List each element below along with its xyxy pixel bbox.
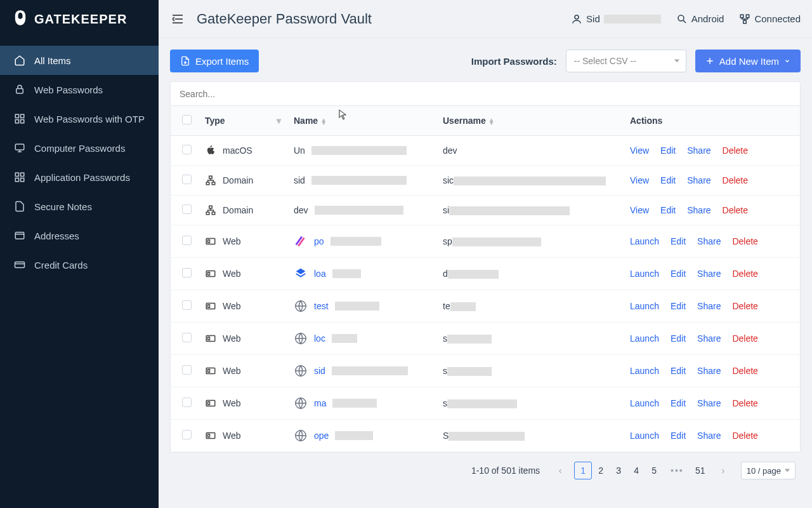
search-input[interactable] xyxy=(171,82,800,106)
next-page-button[interactable]: › xyxy=(714,462,732,479)
col-type[interactable]: Type ▾ xyxy=(199,106,287,136)
item-username: d xyxy=(443,269,448,279)
launch-action[interactable]: Launch xyxy=(630,333,659,344)
launch-action[interactable]: Launch xyxy=(630,366,659,376)
view-action[interactable]: View xyxy=(630,205,649,215)
sidebar-item-credit-cards[interactable]: Credit Cards xyxy=(0,250,159,279)
nav-icon xyxy=(14,259,25,271)
share-action[interactable]: Share xyxy=(697,431,721,441)
favicon xyxy=(294,331,308,345)
share-action[interactable]: Share xyxy=(697,301,721,311)
sidebar-item-all-items[interactable]: All Items xyxy=(0,46,159,75)
share-action[interactable]: Share xyxy=(697,366,721,376)
edit-action[interactable]: Edit xyxy=(671,301,686,311)
launch-action[interactable]: Launch xyxy=(630,269,659,279)
launch-action[interactable]: Launch xyxy=(630,236,659,246)
item-name[interactable]: loa xyxy=(314,269,326,279)
header-user[interactable]: Sid xyxy=(571,13,661,25)
redacted xyxy=(332,366,408,375)
prev-page-button[interactable]: ‹ xyxy=(551,462,569,479)
page-size-select[interactable]: 10 / page xyxy=(741,462,796,479)
filter-icon[interactable]: ▾ xyxy=(277,116,281,126)
sidebar-item-addresses[interactable]: Addresses xyxy=(0,221,159,250)
share-action[interactable]: Share xyxy=(687,145,710,156)
view-action[interactable]: View xyxy=(630,145,649,156)
page-3-button[interactable]: 3 xyxy=(610,462,627,479)
page-5-button[interactable]: 5 xyxy=(645,462,663,479)
row-checkbox[interactable] xyxy=(182,204,192,214)
delete-action[interactable]: Delete xyxy=(732,366,757,376)
col-username[interactable]: Username▲▼ xyxy=(436,106,624,136)
svg-rect-7 xyxy=(21,173,24,176)
svg-rect-28 xyxy=(208,305,210,308)
row-checkbox[interactable] xyxy=(182,430,192,439)
page-1-button[interactable]: 1 xyxy=(574,462,592,479)
web-icon xyxy=(205,430,216,441)
edit-action[interactable]: Edit xyxy=(671,366,686,376)
menu-toggle-icon[interactable] xyxy=(170,11,185,27)
edit-action[interactable]: Edit xyxy=(671,236,686,246)
edit-action[interactable]: Edit xyxy=(660,175,676,185)
delete-action[interactable]: Delete xyxy=(723,145,748,156)
select-all-checkbox[interactable] xyxy=(182,115,192,124)
launch-action[interactable]: Launch xyxy=(630,398,659,408)
share-action[interactable]: Share xyxy=(687,175,710,185)
delete-action[interactable]: Delete xyxy=(732,301,757,311)
delete-action[interactable]: Delete xyxy=(732,431,757,441)
edit-action[interactable]: Edit xyxy=(671,333,686,344)
edit-action[interactable]: Edit xyxy=(671,398,686,408)
col-name[interactable]: Name▲▼ xyxy=(287,106,436,136)
header-status[interactable]: Connected xyxy=(739,13,801,25)
share-action[interactable]: Share xyxy=(697,398,721,408)
row-checkbox[interactable] xyxy=(182,398,192,407)
delete-action[interactable]: Delete xyxy=(732,333,757,344)
select-csv-dropdown[interactable]: -- Select CSV -- xyxy=(566,50,686,72)
share-action[interactable]: Share xyxy=(697,269,721,279)
share-action[interactable]: Share xyxy=(697,333,721,344)
launch-action[interactable]: Launch xyxy=(630,301,659,311)
svg-rect-10 xyxy=(15,232,24,239)
edit-action[interactable]: Edit xyxy=(671,269,686,279)
row-checkbox[interactable] xyxy=(182,145,192,154)
sidebar-item-secure-notes[interactable]: Secure Notes xyxy=(0,192,159,221)
row-checkbox[interactable] xyxy=(182,236,192,245)
delete-action[interactable]: Delete xyxy=(732,398,757,408)
edit-action[interactable]: Edit xyxy=(660,145,676,156)
page-4-button[interactable]: 4 xyxy=(627,462,645,479)
row-checkbox[interactable] xyxy=(182,175,192,184)
sort-icon: ▲▼ xyxy=(320,118,327,124)
row-checkbox[interactable] xyxy=(182,333,192,342)
sidebar-item-web-passwords[interactable]: Web Passwords xyxy=(0,75,159,104)
redacted xyxy=(449,432,525,441)
row-checkbox[interactable] xyxy=(182,268,192,277)
item-name[interactable]: sid xyxy=(314,366,325,376)
domain-icon xyxy=(205,204,216,216)
item-name: sid xyxy=(294,175,305,185)
item-name[interactable]: ope xyxy=(314,431,329,441)
edit-action[interactable]: Edit xyxy=(671,431,686,441)
sidebar-item-web-passwords-with-otp[interactable]: Web Passwords with OTP xyxy=(0,104,159,133)
favicon xyxy=(294,429,308,443)
last-page-button[interactable]: 51 xyxy=(691,462,709,479)
launch-action[interactable]: Launch xyxy=(630,431,659,441)
header-platform[interactable]: Android xyxy=(676,13,724,25)
delete-action[interactable]: Delete xyxy=(732,236,757,246)
delete-action[interactable]: Delete xyxy=(723,175,748,185)
page-2-button[interactable]: 2 xyxy=(592,462,610,479)
export-items-button[interactable]: Export Items xyxy=(170,50,259,72)
delete-action[interactable]: Delete xyxy=(732,269,757,279)
item-name[interactable]: test xyxy=(314,301,329,311)
edit-action[interactable]: Edit xyxy=(660,205,676,215)
item-name[interactable]: ma xyxy=(314,398,326,408)
add-new-item-button[interactable]: Add New Item xyxy=(695,50,801,72)
share-action[interactable]: Share xyxy=(697,236,721,246)
view-action[interactable]: View xyxy=(630,175,649,185)
item-name[interactable]: loc xyxy=(314,333,325,344)
delete-action[interactable]: Delete xyxy=(723,205,748,215)
sidebar-item-application-passwords[interactable]: Application Passwords xyxy=(0,163,159,192)
row-checkbox[interactable] xyxy=(182,365,192,375)
item-name[interactable]: po xyxy=(314,236,324,246)
row-checkbox[interactable] xyxy=(182,300,192,310)
sidebar-item-computer-passwords[interactable]: Computer Passwords xyxy=(0,133,159,163)
share-action[interactable]: Share xyxy=(687,205,710,215)
